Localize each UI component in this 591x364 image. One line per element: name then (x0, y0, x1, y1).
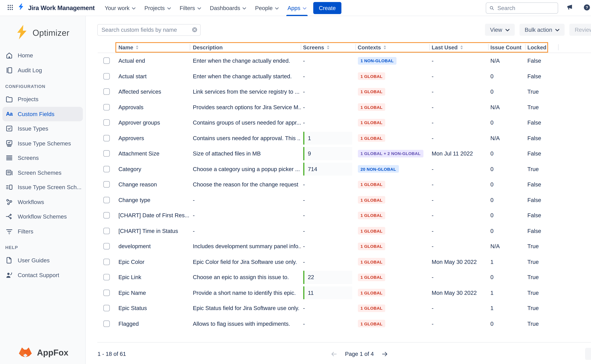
sidebar-item-custom-fields[interactable]: AaCustom Fields (2, 107, 83, 121)
sidebar-item-home[interactable]: Home (2, 48, 83, 63)
sort-icon[interactable] (384, 45, 386, 50)
export-button[interactable]: Export (585, 348, 591, 360)
cell-name: Actual end (115, 58, 190, 64)
cell-screens: - (301, 115, 355, 130)
sidebar-item-audit-log[interactable]: Audit Log (2, 63, 83, 78)
clear-search-icon[interactable] (192, 27, 197, 32)
sort-icon[interactable] (327, 45, 329, 50)
row-checkbox[interactable] (103, 243, 110, 249)
sidebar-item-screen-schemes[interactable]: Screen Schemes (2, 165, 83, 180)
cell-last-used-value: - (432, 228, 434, 234)
row-checkbox[interactable] (103, 150, 110, 157)
sidebar-item-filters[interactable]: Filters (2, 224, 83, 239)
column-header-issue-count: Issue Count (488, 44, 525, 50)
app-switcher-button[interactable] (4, 2, 16, 14)
cell-last-used-value: - (432, 274, 434, 280)
row-checkbox[interactable] (103, 181, 110, 188)
cell-name: [CHART] Time in Status (115, 228, 190, 234)
sidebar-item-label: Custom Fields (18, 111, 54, 117)
app-logo[interactable]: Jira Work Management (17, 3, 95, 13)
row-checkbox[interactable] (103, 73, 110, 79)
screens-count: 11 (303, 286, 352, 299)
sidebar-item-screens[interactable]: Screens (2, 151, 83, 165)
cell-issue-count-value: 0 (490, 166, 494, 172)
cell-name-value: Change reason (118, 181, 157, 188)
row-checkbox[interactable] (103, 305, 110, 311)
cell-description-value: Provide a short name to identify this ep… (193, 290, 296, 296)
cell-issue-count-value: 0 (490, 150, 494, 157)
cell-name-value: Attachment Size (118, 150, 160, 157)
menu-dashboards[interactable]: Dashboards (205, 0, 251, 16)
cell-screens: 714 (301, 161, 355, 177)
sort-icon[interactable] (136, 45, 138, 50)
row-checkbox[interactable] (103, 135, 110, 141)
row-checkbox[interactable] (103, 212, 110, 219)
review-changes-button[interactable]: Review changes (570, 24, 591, 36)
cell-screens: - (301, 223, 355, 239)
cell-description: - (190, 228, 301, 234)
column-header-contexts[interactable]: Contexts (355, 44, 429, 50)
sidebar-item-contact-support[interactable]: Contact Support (2, 268, 83, 282)
column-header-last-used[interactable]: Last Used (429, 44, 488, 50)
menu-filters[interactable]: Filters (175, 0, 205, 16)
row-checkbox[interactable] (103, 88, 110, 95)
sidebar-item-issue-types[interactable]: Issue Types (2, 121, 83, 136)
global-search-input[interactable] (486, 2, 558, 13)
contact-support-icon (5, 271, 13, 279)
column-header-description: Description (190, 44, 301, 50)
cell-name-value: Actual end (118, 58, 145, 64)
row-checkbox[interactable] (103, 166, 110, 172)
menu-projects[interactable]: Projects (140, 0, 175, 16)
row-checkbox[interactable] (103, 290, 110, 296)
next-page-button[interactable] (381, 350, 389, 358)
help-button[interactable]: ? (581, 2, 591, 14)
sort-icon[interactable] (460, 45, 463, 50)
cell-locked-value: False (527, 135, 541, 141)
row-checkbox[interactable] (103, 119, 110, 126)
menu-your-work[interactable]: Your work (100, 0, 140, 16)
cell-locked: True (525, 104, 548, 110)
sidebar-item-workflow-schemes[interactable]: Workflow Schemes (2, 209, 83, 224)
row-checkbox[interactable] (103, 274, 110, 280)
view-button[interactable]: View (485, 24, 515, 36)
row-checkbox[interactable] (103, 228, 110, 234)
cell-name: Epic Color (115, 259, 190, 265)
sidebar-item-projects[interactable]: Projects (2, 92, 83, 107)
sidebar-section-configuration: CONFIGURATION (5, 84, 85, 89)
cell-name-value: Category (118, 166, 141, 172)
previous-page-button[interactable] (330, 350, 338, 358)
create-button[interactable]: Create (313, 2, 341, 14)
sidebar-item-label: Workflow Schemes (18, 213, 67, 220)
sidebar-item-issue-type-screen-sch[interactable]: Issue Type Screen Sch... (2, 180, 83, 195)
row-checkbox[interactable] (103, 197, 110, 203)
custom-fields-search-input[interactable] (97, 24, 201, 36)
sidebar-item-user-guides[interactable]: User Guides (2, 253, 83, 268)
bulk-action-button[interactable]: Bulk action (519, 24, 565, 36)
sidebar-item-workflows[interactable]: Workflows (2, 195, 83, 209)
menu-apps[interactable]: Apps (283, 0, 311, 16)
cell-contexts: 1 GLOBAL (355, 134, 429, 142)
menu-people[interactable]: People (251, 0, 283, 16)
cell-locked: False (525, 150, 548, 157)
cell-issue-count-value: 0 (490, 119, 494, 126)
cell-description-value: Contains groups of users needed for appr… (193, 119, 301, 126)
cell-last-used: Mon Jul 11 2022 (429, 150, 488, 157)
context-badge: 1 GLOBAL (358, 227, 385, 235)
cell-locked: True (525, 88, 548, 95)
row-checkbox[interactable] (103, 104, 110, 110)
cell-description: Choose a category using a popup picker .… (190, 166, 301, 172)
cell-locked-value: False (527, 119, 541, 126)
row-checkbox[interactable] (103, 58, 110, 64)
notifications-button[interactable] (563, 2, 575, 14)
sidebar: Optimizer HomeAudit Log CONFIGURATION Pr… (0, 16, 86, 364)
fox-icon (17, 345, 34, 360)
grid-icon (6, 3, 14, 12)
cell-description: Enter when the change actually ended. (190, 58, 301, 64)
row-checkbox[interactable] (103, 259, 110, 265)
column-header-name[interactable]: Name (115, 44, 190, 50)
sidebar-item-issue-type-schemes[interactable]: Issue Type Schemes (2, 136, 83, 151)
cell-description-value: Provides search options for Jira Service… (193, 104, 301, 110)
cell-locked: True (525, 305, 548, 311)
column-header-screens[interactable]: Screens (301, 44, 355, 50)
row-checkbox[interactable] (103, 320, 110, 327)
